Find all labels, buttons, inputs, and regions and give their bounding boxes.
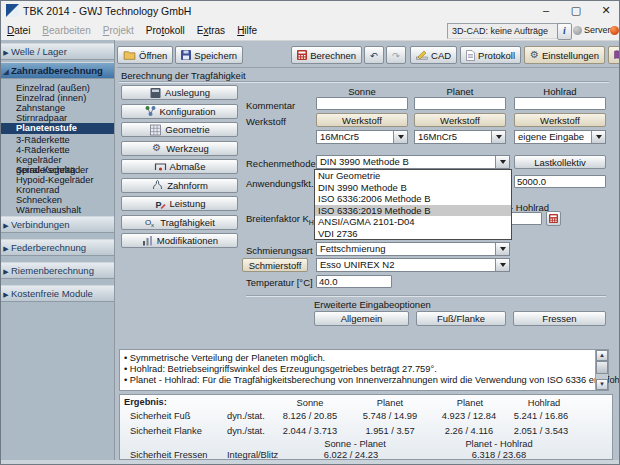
comment-sonne-input[interactable] [316, 97, 408, 110]
extended-options-label: Erweiterte Eingabeoptionen [314, 299, 431, 310]
cad-status-field: 3D-CAD: keine Aufträge [447, 23, 561, 39]
method-option[interactable]: Nur Geometrie [315, 170, 511, 182]
load-spectrum-button[interactable]: Lastkollektiv [514, 155, 606, 169]
sidebar-header-verbindungen[interactable]: ▶Verbindungen [1, 216, 114, 233]
sidebar-item-kegelraeder[interactable]: Kegelräder gerade/schräg [1, 155, 114, 165]
row-type: dyn./stat. [227, 411, 265, 421]
menu-protokoll[interactable]: Protokoll [140, 25, 191, 36]
pair-header-sonne-planet: Sonne - Planet [295, 439, 415, 449]
sidebar-item-4-raederkette[interactable]: 4-Räderkette [1, 145, 114, 155]
menu-hilfe[interactable]: Hilfe [231, 25, 263, 36]
lubricant-button[interactable]: Schmierstoff [242, 258, 308, 272]
life-input[interactable] [514, 175, 606, 188]
width-factor-calc-button[interactable] [546, 211, 561, 226]
sidebar-item-einzelrad-innen[interactable]: Einzelrad (innen) [1, 93, 114, 103]
sidebar-header-welle-lager[interactable]: ▶Welle / Lager [1, 43, 114, 60]
minimize-button[interactable]: – [533, 1, 559, 21]
lubrication-type-select[interactable]: Fettschmierung [316, 242, 510, 256]
result-value: 8.126 / 20.85 [265, 411, 355, 421]
method-dropdown-popup: Nur Geometrie DIN 3990 Methode B ISO 633… [314, 169, 512, 240]
method-select[interactable]: DIN 3990 Methode B [316, 155, 510, 169]
document-icon [466, 50, 475, 61]
menu-datei[interactable]: Datei [1, 25, 36, 36]
material-sonne-select[interactable]: 16MnCr5 [316, 130, 408, 144]
comment-hohlrad-input[interactable] [514, 97, 606, 110]
scrollbar-thumb[interactable] [596, 361, 608, 374]
redo-button[interactable]: ↷ [386, 46, 406, 64]
info-button[interactable]: i [557, 23, 572, 40]
messages-box: • Symmetrische Verteilung der Planeten m… [119, 349, 609, 391]
sidebar-item-hypoid-kegelraeder[interactable]: Hypoid-Kegelräder [1, 175, 114, 185]
nav-abmasse-button[interactable]: Abmaße [121, 159, 238, 174]
sidebar-item-3-raederkette[interactable]: 3-Räderkette [1, 135, 114, 145]
extended-fressen-button[interactable]: Fressen [513, 311, 606, 326]
sidebar-header-federberechnung[interactable]: ▶Federberechnung [1, 239, 114, 256]
material-planet-button[interactable]: Werkstoff [414, 113, 506, 127]
nav-zahnform-button[interactable]: Zahnform [121, 178, 238, 193]
scroll-down-button[interactable]: ▼ [596, 379, 608, 390]
undo-button[interactable]: ↶ [364, 46, 384, 64]
menu-projekt[interactable]: Projekt [97, 25, 140, 36]
nav-auslegung-button[interactable]: Auslegung [121, 85, 238, 100]
maximize-button[interactable]: ▢ [563, 1, 589, 21]
result-value: 2.044 / 3.713 [265, 426, 355, 436]
sidebar-header-zahnradberechnung[interactable]: ◢Zahnradberechnung [1, 62, 114, 79]
nav-konfiguration-button[interactable]: Konfiguration [121, 104, 238, 119]
sidebar-item-stirnradpaar[interactable]: Stirnradpaar [1, 113, 114, 123]
material-planet-select[interactable]: 16MnCr5 [414, 130, 506, 144]
method-option[interactable]: ANSI/AGMA 2101-D04 [315, 216, 511, 228]
message-line: • Symmetrische Verteilung der Planeten m… [124, 353, 325, 363]
comment-planet-input[interactable] [414, 97, 506, 110]
method-option[interactable]: VDI 2736 [315, 228, 511, 240]
cad-button[interactable]: CAD [410, 46, 457, 64]
open-button[interactable]: Öffnen [117, 46, 173, 64]
close-button[interactable]: ✕ [593, 1, 619, 21]
column-header-sonne: Sonne [316, 86, 408, 97]
chevron-right-icon: ▶ [1, 241, 11, 257]
help-button[interactable]: Hilfe [608, 46, 620, 64]
sidebar-item-zahnstange[interactable]: Zahnstange [1, 103, 114, 113]
temperature-input[interactable] [316, 275, 392, 288]
material-hohlrad-select[interactable]: eigene Eingabe [514, 130, 606, 144]
nav-geometrie-button[interactable]: Geometrie [121, 122, 238, 137]
settings-button[interactable]: ⚙ Einstellungen [524, 46, 605, 64]
nav-leistung-button[interactable]: P Leistung [121, 196, 238, 211]
messages-scrollbar[interactable]: ▲ ▼ [595, 350, 608, 390]
method-option[interactable]: DIN 3990 Methode B [315, 182, 511, 194]
nav-tragfaehigkeit-button[interactable]: Ox Tragfähigkeit [121, 215, 238, 230]
sidebar-header-riemenberechnung[interactable]: ▶Riemenberechnung [1, 262, 114, 279]
nav-modifikationen-button[interactable]: Modifikationen [121, 233, 238, 248]
method-label: Rechenmethode [246, 158, 316, 169]
method-option[interactable]: ISO 6336:2006 Methode B [315, 193, 511, 205]
calculate-button[interactable]: Berechnen [291, 46, 362, 64]
lubricant-select[interactable]: Esso UNIREX N2 [316, 258, 510, 272]
design-icon [149, 87, 162, 99]
sidebar-item-schnecken[interactable]: Schnecken [1, 195, 114, 205]
sidebar-item-spiral-kegelraeder[interactable]: Spiral-Kegelräder [1, 165, 114, 175]
save-button[interactable]: Speichern [175, 46, 243, 64]
folder-icon [123, 49, 136, 61]
form-divider [246, 295, 606, 296]
result-value: 6.022 / 24.23 [291, 450, 411, 460]
sidebar-header-kostenfreie-module[interactable]: ▶Kostenfreie Module [1, 285, 114, 302]
protocol-button[interactable]: Protokoll [460, 46, 521, 64]
menu-extras[interactable]: Extras [191, 25, 231, 36]
sidebar-item-waermehaushalt[interactable]: Wärmehaushalt [1, 205, 114, 215]
material-label: Werkstoff [246, 116, 286, 127]
menu-bearbeiten[interactable]: Bearbeiten [36, 25, 96, 36]
method-option-highlighted[interactable]: ISO 6336:2019 Methode B [315, 205, 511, 217]
scroll-up-button[interactable]: ▲ [596, 350, 608, 361]
sidebar-item-einzelrad-aussen[interactable]: Einzelrad (außen) [1, 83, 114, 93]
page-title: Berechnung der Tragfähigkeit [121, 70, 246, 81]
material-sonne-button[interactable]: Werkstoff [316, 113, 408, 127]
power-icon: P [154, 198, 167, 210]
extended-allgemein-button[interactable]: Allgemein [314, 311, 409, 326]
nav-werkzeug-button[interactable]: ⚙ Werkzeug [121, 141, 238, 156]
modifications-chart-icon [141, 235, 154, 247]
sidebar-item-planetenstufe[interactable]: Planetenstufe [1, 123, 114, 134]
message-line: • Hohlrad: Betriebseingriffswinkel des E… [124, 364, 437, 374]
sidebar-item-kronenrad[interactable]: Kronenrad [1, 185, 114, 195]
extended-fuss-flanke-button[interactable]: Fuß/Flanke [416, 311, 506, 326]
row-type: Integral/Blitz [227, 450, 278, 460]
material-hohlrad-button[interactable]: Werkstoff [514, 113, 606, 127]
